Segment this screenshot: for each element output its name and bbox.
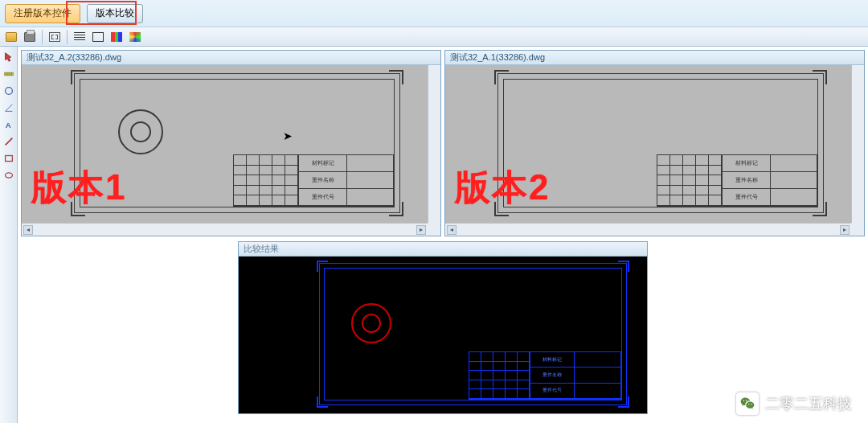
diff-circles-feature (351, 303, 391, 343)
diff-tb-label: 重件代号 (530, 384, 574, 399)
circle-tool[interactable] (2, 84, 16, 98)
layout-button[interactable] (90, 29, 106, 45)
title-block: 材料标记 重件名称 重件代号 (233, 154, 394, 207)
scroll-right-button[interactable]: ▸ (840, 225, 850, 235)
vertical-scrollbar[interactable] (428, 65, 440, 223)
scroll-left-button[interactable]: ◂ (447, 225, 457, 235)
palette-button[interactable] (127, 29, 143, 45)
horizontal-scrollbar[interactable]: ◂ ▸ (445, 223, 851, 236)
title-block: 材料标记 重件名称 重件代号 (657, 154, 817, 207)
watermark: 二零二五科技 (736, 392, 852, 415)
compare-result-title: 比较结果 (239, 242, 647, 257)
vertical-toolbar: A (0, 47, 18, 423)
svg-point-5 (5, 173, 12, 178)
tb-label: 重件代号 (298, 189, 346, 206)
line-weight-button[interactable] (72, 29, 88, 45)
ellipse-tool[interactable] (2, 168, 16, 183)
select-tool[interactable] (2, 50, 16, 64)
top-button-bar: 注册版本控件 版本比较 (0, 0, 868, 27)
line-tool[interactable] (2, 134, 16, 149)
version-1-panel: 测试32_A.2(33286).dwg 材料标记 重件名称 重件代号 (21, 50, 441, 236)
toolbar-separator (42, 30, 43, 44)
tb-label: 材料标记 (298, 155, 346, 172)
svg-rect-4 (5, 156, 12, 162)
print-button[interactable] (22, 29, 38, 45)
svg-text:A: A (5, 121, 10, 129)
version-2-panel: 测试32_A.1(33286).dwg 材料标记 重件名称 重件代号 (444, 50, 865, 236)
diff-tb-label: 重件名称 (530, 368, 574, 383)
scroll-corner (851, 223, 864, 236)
color-mode-button[interactable] (108, 29, 125, 45)
tb-label: 材料标记 (722, 155, 770, 172)
version-compare-button[interactable]: 版本比较 (87, 4, 143, 23)
measure-tool[interactable] (2, 67, 16, 81)
version-1-overlay-label: 版本1 (31, 164, 126, 212)
register-version-control-button[interactable]: 注册版本控件 (5, 4, 80, 23)
svg-point-1 (5, 88, 12, 95)
version-2-overlay-label: 版本2 (455, 164, 550, 212)
version-1-canvas[interactable]: 材料标记 重件名称 重件代号 ➤ ◂ ▸ (22, 65, 440, 236)
wechat-icon (736, 392, 759, 415)
main-content: A 测试32_A.2(33286).dwg 材料标记 重件 (0, 47, 868, 423)
diff-tb-label: 材料标记 (530, 352, 574, 368)
text-tool[interactable]: A (2, 117, 16, 132)
toolbar-separator (67, 30, 68, 44)
angle-tool[interactable] (2, 101, 16, 115)
diff-title-block: 材料标记 重件名称 重件代号 (469, 351, 621, 400)
open-file-button[interactable] (3, 29, 19, 45)
top-panels-row: 测试32_A.2(33286).dwg 材料标记 重件名称 重件代号 (18, 47, 868, 240)
compare-result-panel: 比较结果 材料标记 重件名称 重件代号 (238, 241, 648, 414)
compare-result-canvas[interactable]: 材料标记 重件名称 重件代号 (239, 257, 647, 413)
circles-feature (118, 109, 163, 154)
tb-label: 重件代号 (722, 189, 770, 206)
watermark-text: 二零二五科技 (765, 394, 852, 413)
tb-label: 重件名称 (722, 172, 770, 189)
version-2-title: 测试32_A.1(33286).dwg (445, 51, 864, 65)
scroll-right-button[interactable]: ▸ (416, 225, 426, 235)
scroll-left-button[interactable]: ◂ (23, 225, 33, 235)
rect-tool[interactable] (2, 151, 16, 166)
scroll-corner (428, 223, 440, 236)
svg-line-3 (5, 138, 12, 146)
version-2-canvas[interactable]: 材料标记 重件名称 重件代号 ◂ ▸ 版本2 (445, 65, 864, 236)
tb-label: 重件名称 (298, 172, 346, 189)
version-1-title: 测试32_A.2(33286).dwg (22, 51, 440, 65)
vertical-scrollbar[interactable] (851, 65, 864, 223)
horizontal-toolbar (0, 27, 868, 47)
horizontal-scrollbar[interactable]: ◂ ▸ (22, 223, 428, 236)
panels-area: 测试32_A.2(33286).dwg 材料标记 重件名称 重件代号 (18, 47, 868, 423)
fit-view-button[interactable] (47, 29, 63, 45)
